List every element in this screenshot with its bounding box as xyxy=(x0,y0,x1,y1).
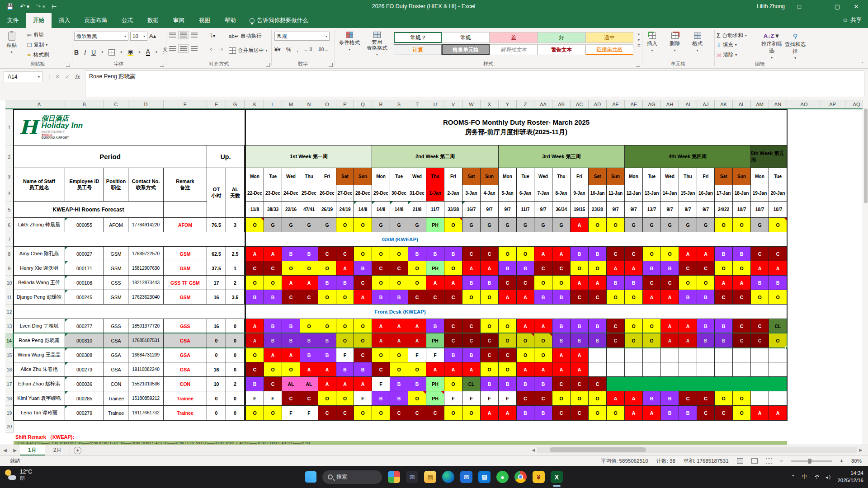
shift-cell-6-7[interactable]: G xyxy=(372,218,390,232)
shift-cell-17-19[interactable]: C xyxy=(589,377,607,391)
shift-cell-19-28[interactable]: A xyxy=(751,406,769,420)
staff-contact[interactable]: 17685187531 xyxy=(128,333,164,348)
forecast-26-Dec[interactable]: 26/19 xyxy=(318,202,336,218)
shift-cell-14-21[interactable]: O xyxy=(625,333,643,348)
staff-remark[interactable]: GSS xyxy=(164,319,207,333)
row-header-3[interactable]: 3 xyxy=(5,168,14,185)
shift-cell-19-29[interactable]: A xyxy=(769,406,787,420)
shift-cell-9-13[interactable]: A xyxy=(481,261,499,276)
shift-cell-15-9[interactable]: F xyxy=(408,348,426,362)
store-icon[interactable]: ▩ xyxy=(478,471,491,483)
align-right-icon[interactable] xyxy=(191,46,198,51)
shift-cell-19-16[interactable]: B xyxy=(534,406,552,420)
shift-cell-10-1[interactable]: O xyxy=(264,276,282,290)
staff-remark[interactable]: GSS TF GSM xyxy=(164,276,207,290)
shift-cell-18-17[interactable]: O xyxy=(552,391,571,406)
shift-cell-18-2[interactable]: C xyxy=(282,391,300,406)
forecast-12-Jan[interactable]: 9/7 xyxy=(625,202,643,218)
style-calculation[interactable]: 计算 xyxy=(394,44,442,55)
staff-al[interactable]: 0 xyxy=(226,319,245,333)
weather-widget[interactable]: 12°C阴 xyxy=(5,469,32,481)
forecast-27-Dec[interactable]: 24/19 xyxy=(336,202,354,218)
shift-cell-16-21[interactable] xyxy=(625,362,643,377)
shift-cell-17-6[interactable]: A xyxy=(354,377,372,391)
col-header-AN[interactable]: AN xyxy=(769,100,787,108)
shift-cell-17-5[interactable]: A xyxy=(336,377,354,391)
shift-cell-9-4[interactable]: O xyxy=(318,261,336,276)
shift-cell-8-3[interactable]: B xyxy=(300,247,318,261)
shift-cell-18-20[interactable]: A xyxy=(607,391,625,406)
shift-cell-9-21[interactable]: A xyxy=(625,261,643,276)
shift-cell-13-23[interactable]: A xyxy=(661,319,679,333)
col-header-AC[interactable]: AC xyxy=(571,100,589,108)
shift-cell-18-29[interactable] xyxy=(769,391,787,406)
align-left-icon[interactable] xyxy=(169,46,176,51)
date-25-Dec[interactable]: 25-Dec xyxy=(300,185,318,202)
row-header-8[interactable]: 8 xyxy=(5,247,14,261)
staff-id[interactable]: 000308 xyxy=(65,348,104,362)
day-name-19-Jan[interactable]: Mon xyxy=(751,168,769,185)
increase-indent-icon[interactable]: ⇨ xyxy=(219,46,223,52)
shift-cell-8-9[interactable]: B xyxy=(408,247,426,261)
staff-al[interactable]: 0 xyxy=(226,406,245,420)
staff-al[interactable]: 1 xyxy=(226,261,245,276)
staff-id[interactable]: 000108 xyxy=(65,276,104,290)
shift-cell-16-7[interactable]: C xyxy=(372,362,390,377)
shift-cell-14-16[interactable]: O xyxy=(534,333,552,348)
shift-cell-15-19[interactable] xyxy=(589,348,607,362)
number-dialog-launcher-icon[interactable] xyxy=(329,63,333,67)
forecast-17-Jan[interactable]: 24/22 xyxy=(715,202,733,218)
staff-ot[interactable]: 16 xyxy=(207,362,226,377)
row-header-11[interactable]: 11 xyxy=(5,290,14,305)
staff-name[interactable]: Winni Wang 王晶晶 xyxy=(14,348,65,362)
cancel-icon[interactable]: ✕ xyxy=(52,71,62,82)
shift-cell-8-6[interactable]: O xyxy=(354,247,372,261)
shift-cell-11-9[interactable]: C xyxy=(408,290,426,305)
shift-cell-9-16[interactable]: C xyxy=(534,261,552,276)
shift-cell-10-2[interactable]: A xyxy=(282,276,300,290)
vertical-scrollbar[interactable] xyxy=(863,100,868,445)
day-name-13-Jan[interactable]: Tue xyxy=(643,168,661,185)
copy-button[interactable]: ❐复制 ▾ xyxy=(27,42,47,48)
shift-cell-16-17[interactable]: A xyxy=(552,362,571,377)
shift-cell-11-5[interactable]: O xyxy=(336,290,354,305)
date-14-Jan[interactable]: 14-Jan xyxy=(661,185,679,202)
forecast-22-Dec[interactable]: 11/8 xyxy=(246,202,264,218)
staff-remark[interactable]: GSA xyxy=(164,333,207,348)
shift-cell-15-23[interactable] xyxy=(661,348,679,362)
staff-al[interactable]: 0 xyxy=(226,333,245,348)
shift-cell-18-5[interactable]: O xyxy=(336,391,354,406)
shift-cell-6-23[interactable]: G xyxy=(661,218,679,232)
shift-cell-13-20[interactable]: C xyxy=(607,319,625,333)
row-header-4[interactable]: 4 xyxy=(5,185,14,202)
taskbar-search[interactable]: 搜索 xyxy=(322,470,382,484)
staff-remark[interactable]: Trainee xyxy=(164,391,207,406)
shift-cell-14-27[interactable]: C xyxy=(733,333,751,348)
comma-icon[interactable]: , xyxy=(297,46,298,53)
shift-cell-17-13[interactable]: B xyxy=(481,377,499,391)
conditional-formatting-button[interactable]: 条件格式▾ xyxy=(337,32,362,52)
shift-cell-16-20[interactable] xyxy=(607,362,625,377)
forecast-10-Jan[interactable]: 23/20 xyxy=(589,202,607,218)
staff-ot[interactable]: 16 xyxy=(207,319,226,333)
clear-button[interactable]: ☒清除▾ xyxy=(717,52,737,58)
shift-cell-11-3[interactable]: C xyxy=(300,290,318,305)
col-header-AK[interactable]: AK xyxy=(715,100,733,108)
shift-cell-19-11[interactable]: O xyxy=(444,406,462,420)
shift-cell-14-20[interactable]: C xyxy=(607,333,625,348)
staff-al[interactable]: 0 xyxy=(226,362,245,377)
staff-contact[interactable]: 15521010536 xyxy=(128,377,164,391)
day-name-25-Dec[interactable]: Thu xyxy=(300,168,318,185)
shift-cell-10-8[interactable]: O xyxy=(390,276,408,290)
staff-name[interactable]: Rose Peng 彭晓露 xyxy=(14,333,65,348)
shift-cell-19-2[interactable]: F xyxy=(282,406,300,420)
staff-ot[interactable]: 0 xyxy=(207,333,226,348)
ribbon-tab-页面布局[interactable]: 页面布局 xyxy=(77,13,114,28)
shift-cell-13-22[interactable]: O xyxy=(643,319,661,333)
styles-dialog-launcher-icon[interactable] xyxy=(636,63,640,67)
day-name-31-Dec[interactable]: Wed xyxy=(408,168,426,185)
column-headers[interactable]: ABCDEFGKLMNOPQRSTUVWXYZAAABACADAEAFAGAHA… xyxy=(5,100,863,109)
shift-cell-14-8[interactable]: A xyxy=(390,333,408,348)
share-button[interactable]: ☺ 共享 xyxy=(842,16,862,24)
row-header-12[interactable]: 12 xyxy=(5,305,14,319)
